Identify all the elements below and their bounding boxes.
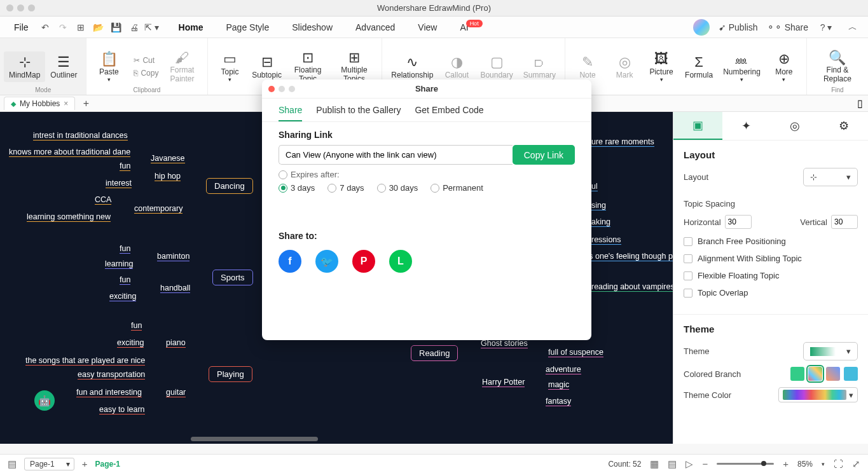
tab-view[interactable]: View <box>413 19 442 36</box>
open-icon[interactable]: 📂 <box>90 18 107 36</box>
node-r4[interactable]: aking <box>591 217 610 227</box>
paste-button[interactable]: 📋Paste▾ <box>90 48 127 85</box>
node-guitar[interactable]: guitar <box>166 388 186 397</box>
branch-swatch-3[interactable] <box>826 367 840 381</box>
new-icon[interactable]: ⊞ <box>72 18 90 36</box>
tab-page-style[interactable]: Page Style <box>221 19 274 36</box>
summary-button[interactable]: ⫐Summary <box>518 51 561 82</box>
node-hb2[interactable]: exciting <box>109 292 136 301</box>
node-h1[interactable]: fun <box>120 161 130 171</box>
node-r2[interactable]: ul <box>591 182 598 191</box>
modal-max-icon[interactable] <box>289 86 295 92</box>
tab-home[interactable]: Home <box>174 19 209 36</box>
topic-button[interactable]: ▭Topic▾ <box>212 47 249 85</box>
file-menu[interactable]: File <box>6 22 36 32</box>
minimize-window-icon[interactable] <box>17 4 24 11</box>
branch-swatch-4[interactable] <box>844 367 858 381</box>
map-tab-icon[interactable]: ◎ <box>771 112 820 140</box>
picture-button[interactable]: 🖼Picture▾ <box>643 48 680 85</box>
node-handball[interactable]: handball <box>160 284 190 293</box>
expire-7days-radio[interactable]: 7 days <box>327 183 364 193</box>
help-icon[interactable]: ? ▾ <box>817 18 835 36</box>
node-b2[interactable]: learning <box>105 259 133 269</box>
page-select[interactable]: Page-1 ▾ <box>24 458 74 470</box>
node-c1[interactable]: CCA <box>95 195 111 205</box>
facebook-icon[interactable]: f <box>279 250 301 273</box>
fit-screen-icon[interactable]: ⛶ <box>834 458 843 469</box>
relationship-button[interactable]: ∿Relationship <box>386 51 438 82</box>
tab-slideshow[interactable]: Slideshow <box>287 19 338 36</box>
node-javanese[interactable]: Javanese <box>151 154 185 163</box>
node-p3[interactable]: the songs that are played are nice <box>25 356 145 366</box>
theme-selector[interactable]: ▾ <box>803 342 858 360</box>
share-button[interactable]: ⚬⚬Share <box>767 22 808 32</box>
node-ghost[interactable]: Ghost stories <box>481 339 528 348</box>
node-playing[interactable]: Playing <box>209 366 252 382</box>
boundary-button[interactable]: ▢Boundary <box>475 51 518 82</box>
numbering-button[interactable]: ⅏Numbering▾ <box>718 48 766 85</box>
flex-float-checkbox[interactable]: Flexible Floating Topic <box>684 271 858 280</box>
copy-link-button[interactable]: Copy Link <box>513 145 575 165</box>
node-harry[interactable]: Harry Potter <box>482 378 525 387</box>
tab-ai[interactable]: AIHot <box>455 19 490 36</box>
node-j1[interactable]: intrest in traditional dances <box>33 131 128 141</box>
twitter-icon[interactable]: 🐦 <box>315 250 338 273</box>
node-j2[interactable]: knows more about traditional dane <box>9 147 130 157</box>
node-gs2[interactable]: full of suspence <box>548 348 603 357</box>
redo-icon[interactable]: ↷ <box>54 18 72 36</box>
node-g1[interactable]: easy transportation <box>78 370 145 380</box>
zoom-slider[interactable] <box>717 463 774 465</box>
assistant-icon[interactable]: 🤖 <box>34 390 55 411</box>
branch-swatch-1[interactable] <box>790 367 804 381</box>
node-b1[interactable]: fun <box>120 244 130 254</box>
expire-permanent-radio[interactable]: Permanent <box>431 183 483 193</box>
export-icon[interactable]: ⇱ ▾ <box>143 18 161 36</box>
page-list-icon[interactable]: ▤ <box>8 458 17 470</box>
mark-button[interactable]: ◎Mark <box>606 48 643 85</box>
modal-close-icon[interactable] <box>268 86 275 92</box>
formula-button[interactable]: ΣFormula <box>680 48 718 85</box>
embed-tab[interactable]: Get Embed Code <box>415 105 483 121</box>
style-tab-icon[interactable]: ✦ <box>722 112 771 140</box>
fullscreen-icon[interactable]: ⤢ <box>852 458 860 470</box>
layout-selector[interactable]: ⊹▾ <box>803 168 858 186</box>
panel-toggle-icon[interactable]: ▯ <box>857 97 863 109</box>
layout-tab-icon[interactable]: ▣ <box>673 112 722 140</box>
outline-view-icon[interactable]: ▤ <box>668 458 677 470</box>
settings-tab-icon[interactable]: ⚙ <box>820 112 869 140</box>
page-tab[interactable]: Page-1 <box>95 460 120 469</box>
topic-overlap-checkbox[interactable]: Topic Overlap <box>684 288 858 298</box>
document-tab[interactable]: ◆ My Hobbies × <box>4 97 75 110</box>
mindmap-mode-button[interactable]: ⊹MindMap <box>4 51 45 82</box>
node-sports[interactable]: Sports <box>212 270 253 285</box>
node-r6[interactable]: ss one's feeling though p <box>585 252 673 261</box>
horizontal-input[interactable] <box>725 215 752 229</box>
chevron-down-icon[interactable]: ▾ <box>822 461 825 467</box>
node-baminton[interactable]: baminton <box>157 252 189 261</box>
node-h2[interactable]: interest <box>106 179 132 188</box>
vertical-input[interactable] <box>831 215 858 229</box>
node-g3[interactable]: easy to learn <box>99 405 145 415</box>
node-r5[interactable]: ressions <box>591 235 621 245</box>
tab-advanced[interactable]: Advanced <box>350 19 400 36</box>
outliner-mode-button[interactable]: ☰Outliner <box>45 51 82 82</box>
node-dancing[interactable]: Dancing <box>206 178 253 194</box>
close-window-icon[interactable] <box>6 4 13 11</box>
branch-swatch-2[interactable] <box>808 367 822 381</box>
save-icon[interactable]: 💾 <box>107 18 125 36</box>
expire-3days-radio[interactable]: 3 days <box>279 183 315 193</box>
node-hb1[interactable]: fun <box>120 275 130 285</box>
present-icon[interactable]: ▷ <box>685 458 693 470</box>
node-piano[interactable]: piano <box>166 338 186 348</box>
gallery-tab[interactable]: Publish to the Gallery <box>316 105 401 121</box>
zoom-out-button[interactable]: − <box>702 458 708 469</box>
cut-button[interactable]: ✂Cut <box>131 55 161 66</box>
print-icon[interactable]: 🖨 <box>125 18 143 36</box>
permission-select[interactable]: Can View (Anyone with the link can view) <box>279 145 513 165</box>
node-r1[interactable]: ure rare moments <box>591 137 654 147</box>
format-painter-button[interactable]: 🖌Format Painter <box>161 47 203 85</box>
add-page-button[interactable]: + <box>82 458 88 469</box>
node-r7[interactable]: reading about vampires <box>591 282 673 292</box>
node-hp3[interactable]: fantasy <box>546 397 571 406</box>
node-g2[interactable]: fun and interesting <box>76 388 142 397</box>
